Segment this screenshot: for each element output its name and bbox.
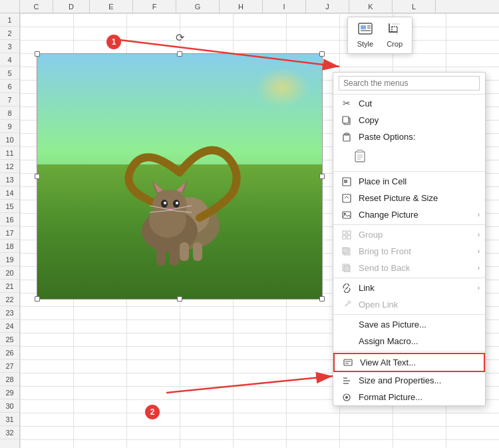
- place-in-cell-icon: [340, 177, 353, 186]
- col-header-l: L: [393, 0, 436, 13]
- link-icon: [340, 284, 353, 293]
- context-menu: ✂ Cut Copy Paste Options:: [333, 72, 486, 406]
- crop-button[interactable]: Crop: [384, 21, 405, 49]
- menu-search-input[interactable]: [339, 76, 480, 91]
- style-button[interactable]: Style: [355, 21, 376, 49]
- handle-bot-left[interactable]: [35, 296, 40, 302]
- svg-rect-44: [343, 212, 351, 218]
- col-header-j: J: [306, 0, 349, 13]
- svg-rect-19: [170, 246, 179, 266]
- menu-item-paste-icon[interactable]: [333, 145, 485, 170]
- reset-picture-icon: [340, 194, 353, 203]
- row-label: 12: [0, 160, 19, 173]
- row-label: 31: [0, 413, 19, 426]
- svg-rect-33: [343, 116, 349, 123]
- row-label: 16: [0, 213, 19, 226]
- handle-mid-right[interactable]: [319, 174, 325, 179]
- row-label: 13: [0, 173, 19, 186]
- row-label: 24: [0, 320, 19, 333]
- col-header-d: D: [53, 0, 90, 13]
- separator-4: [333, 314, 485, 315]
- handle-bot-right[interactable]: [319, 296, 325, 302]
- svg-point-13: [168, 208, 172, 210]
- row-label: 10: [0, 133, 19, 146]
- row-label: 4: [0, 53, 19, 67]
- menu-item-place-in-cell[interactable]: Place in Cell: [333, 173, 485, 190]
- handle-bot-mid[interactable]: [177, 296, 182, 302]
- menu-item-cut[interactable]: ✂ Cut: [333, 95, 485, 112]
- row-label: 30: [0, 399, 19, 413]
- svg-rect-55: [344, 359, 352, 365]
- menu-item-group: Group ›: [333, 226, 485, 243]
- svg-rect-47: [347, 231, 351, 234]
- cat-image: [37, 54, 322, 299]
- svg-rect-53: [344, 266, 350, 272]
- menu-item-link[interactable]: Link ›: [333, 280, 485, 296]
- row-label: 25: [0, 333, 19, 346]
- annotation-circle-1: 1: [106, 35, 121, 49]
- crop-label: Crop: [387, 40, 403, 48]
- svg-rect-21: [193, 242, 202, 261]
- menu-item-copy-label: Copy: [359, 115, 379, 125]
- send-to-back-arrow: ›: [478, 264, 480, 272]
- menu-search-container: [333, 73, 485, 95]
- svg-rect-48: [343, 236, 346, 239]
- row-label: 20: [0, 266, 19, 280]
- send-to-back-icon: [340, 264, 353, 273]
- menu-item-copy[interactable]: Copy: [333, 112, 485, 128]
- bring-to-front-label: Bring to Front: [359, 246, 411, 256]
- size-and-properties-label: Size and Properties...: [359, 375, 441, 385]
- row-label: 21: [0, 280, 19, 293]
- svg-rect-18: [156, 246, 166, 266]
- open-link-icon: [340, 300, 353, 310]
- separator-2: [333, 224, 485, 225]
- col-header-h: H: [220, 0, 263, 13]
- bring-to-front-arrow: ›: [478, 248, 480, 255]
- column-headers: C D E F G H I J K L: [0, 0, 499, 13]
- menu-item-view-alt-text[interactable]: View Alt Text...: [333, 353, 485, 372]
- menu-item-size-and-properties[interactable]: Size and Properties...: [333, 372, 485, 389]
- svg-rect-20: [180, 242, 189, 261]
- row-label: 9: [0, 120, 19, 133]
- menu-item-format-picture[interactable]: Format Picture...: [333, 389, 485, 405]
- row-label: 19: [0, 253, 19, 266]
- style-icon: [358, 23, 373, 38]
- image-container[interactable]: ⟳: [37, 53, 323, 300]
- svg-rect-37: [357, 150, 363, 152]
- cat-svg: [93, 119, 266, 272]
- col-header-i: I: [263, 0, 306, 13]
- row-label: 2: [0, 27, 19, 40]
- menu-item-send-to-back: Send to Back ›: [333, 260, 485, 276]
- row-label: 17: [0, 226, 19, 240]
- rotate-handle[interactable]: ⟳: [173, 31, 186, 44]
- handle-top-left[interactable]: [35, 51, 40, 57]
- group-arrow: ›: [478, 231, 480, 238]
- handle-mid-left[interactable]: [35, 174, 40, 179]
- group-icon: [340, 230, 353, 240]
- annotation-circle-2: 2: [145, 405, 160, 419]
- menu-item-assign-macro[interactable]: Assign Macro...: [333, 333, 485, 349]
- handle-top-right[interactable]: [319, 51, 325, 57]
- menu-item-cut-label: Cut: [359, 99, 372, 109]
- handle-top-mid[interactable]: [177, 51, 182, 57]
- format-picture-label: Format Picture...: [359, 392, 422, 402]
- menu-item-bring-to-front: Bring to Front ›: [333, 243, 485, 260]
- row-label: 22: [0, 293, 19, 306]
- col-header-e: E: [90, 0, 133, 13]
- svg-rect-27: [361, 25, 366, 29]
- menu-item-reset-picture[interactable]: Reset Picture & Size: [333, 190, 485, 206]
- row-label: 26: [0, 346, 19, 359]
- link-label: Link: [359, 283, 375, 293]
- menu-item-save-as-picture[interactable]: Save as Picture...: [333, 316, 485, 333]
- row-label: 32: [0, 426, 19, 439]
- separator-5: [333, 351, 485, 351]
- view-alt-text-label: View Alt Text...: [360, 357, 416, 367]
- svg-rect-51: [343, 248, 349, 254]
- crop-icon: [388, 23, 401, 38]
- svg-rect-46: [343, 231, 346, 234]
- menu-item-change-picture[interactable]: Change Picture ›: [333, 206, 485, 223]
- row-label: 7: [0, 93, 19, 107]
- row-label: 8: [0, 107, 19, 120]
- row-label: 3: [0, 40, 19, 53]
- row-label: 29: [0, 386, 19, 399]
